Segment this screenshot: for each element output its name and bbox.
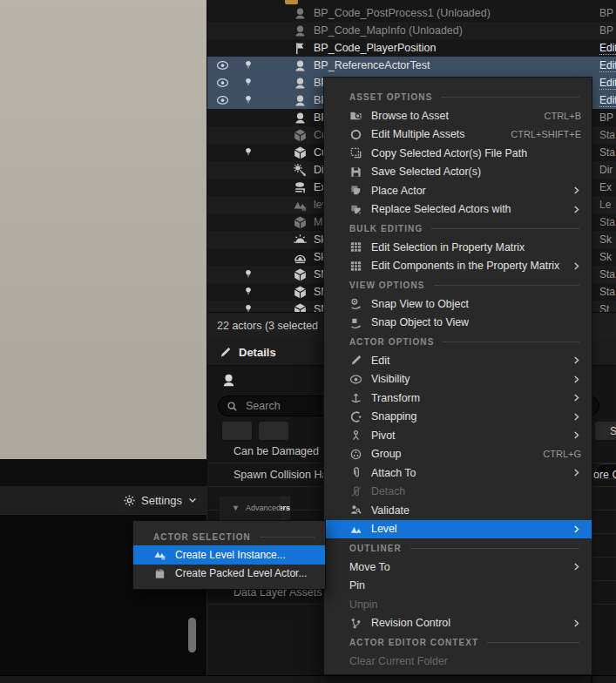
menu-item-icon: [349, 391, 362, 404]
actor-type-link[interactable]: Edit: [599, 42, 616, 55]
outliner-row[interactable]: BP_Code_PlayerPosition Edit: [207, 39, 616, 57]
menu-item-icon: [349, 354, 362, 367]
actor-type-link[interactable]: Sta: [599, 146, 615, 159]
menu-item-label: Edit Components in the Property Matrix: [371, 260, 565, 272]
menu-item[interactable]: Group CTRL+G: [324, 445, 592, 464]
menu-item[interactable]: Detach: [324, 483, 592, 502]
menu-item[interactable]: Edit Selection in Property Matrix: [324, 238, 592, 257]
eye-icon[interactable]: [215, 59, 229, 71]
actor-type-link[interactable]: Sta: [599, 286, 615, 298]
actor-type-icon: [293, 302, 308, 313]
menu-item-label: Visibility: [371, 373, 565, 385]
level-submenu: ACTOR SELECTION Create Level Instance...…: [132, 520, 326, 590]
menu-item[interactable]: Revision Control: [324, 614, 592, 633]
pin-icon[interactable]: [241, 77, 255, 89]
actor-type-link[interactable]: BP: [599, 7, 613, 19]
actor-label: BP_Code_PlayerPosition: [314, 42, 436, 54]
scrollbar-thumb[interactable]: [188, 618, 196, 653]
section-divider: [441, 97, 579, 98]
menu-item-icon: [349, 260, 362, 273]
actor-type-link[interactable]: BP: [599, 112, 613, 124]
actor-type-link[interactable]: Sta: [599, 129, 615, 141]
property-row[interactable]: ▼ Advanced: [220, 496, 281, 519]
actor-type-link[interactable]: Edit: [599, 59, 616, 72]
filter-tab[interactable]: [222, 422, 252, 440]
actor-type-icon: [293, 180, 308, 195]
menu-item[interactable]: Browse to Asset CTRL+B: [324, 106, 592, 125]
menu-item[interactable]: Unpin: [324, 595, 592, 614]
menu-item-label: Replace Selected Actors with: [371, 203, 565, 215]
menu-section-header: OUTLINER: [324, 538, 592, 558]
menu-item-icon: [349, 410, 362, 423]
menu-item-label: Snapping: [371, 410, 565, 423]
actor-type-link[interactable]: Edit: [599, 94, 616, 107]
menu-item-icon: [349, 316, 362, 329]
menu-item[interactable]: Clear Current Folder: [324, 652, 592, 671]
menu-item-icon: [349, 523, 362, 536]
menu-section-header: ACTOR OPTIONS: [324, 332, 592, 351]
actor-type-icon: [293, 267, 308, 282]
menu-item[interactable]: Edit: [324, 351, 592, 370]
actor-type-link[interactable]: St: [599, 303, 609, 312]
pin-icon[interactable]: [241, 146, 255, 159]
menu-item[interactable]: Replace Selected Actors with: [324, 200, 592, 220]
actor-type-link[interactable]: Ex: [599, 181, 612, 193]
outliner-row[interactable]: BP_ReferenceActorTest Edit: [207, 57, 616, 74]
submenu-arrow-icon: [572, 562, 581, 571]
actor-type-link[interactable]: Sta: [599, 216, 615, 228]
pin-icon[interactable]: [241, 286, 255, 298]
level-viewport[interactable]: [0, 0, 206, 459]
actor-type-link[interactable]: Dir: [599, 164, 613, 176]
value-text-clipped: ore C: [593, 469, 616, 481]
menu-item[interactable]: Edit Multiple Assets CTRL+SHIFT+E: [324, 125, 592, 145]
outliner-row[interactable]: BP_Code_PostProcess1 (Unloaded) BP: [207, 4, 616, 22]
pin-icon[interactable]: [241, 268, 255, 281]
menu-item[interactable]: Edit Components in the Property Matrix: [324, 257, 592, 276]
section-divider: [431, 228, 579, 229]
menu-item[interactable]: Visibility: [324, 370, 592, 389]
eye-icon[interactable]: [215, 94, 229, 106]
menu-item[interactable]: Move To: [324, 558, 592, 577]
actor-type-icon: [293, 6, 308, 21]
filter-tab-clipped[interactable]: Stre: [595, 422, 616, 440]
menu-section: ACTOR EDITOR CONTEXT Clear Current Folde…: [324, 632, 592, 671]
outliner-row[interactable]: BP_Code_MapInfo (Unloaded) BP: [207, 22, 616, 39]
actor-label: BP_ReferenceActorTest: [314, 59, 430, 71]
menu-item-icon: [349, 166, 362, 179]
menu-item[interactable]: Validate: [324, 501, 592, 520]
eye-icon[interactable]: [215, 77, 229, 89]
menu-item[interactable]: Pivot: [324, 426, 592, 445]
actor-type-link[interactable]: Sk: [599, 251, 612, 263]
actor-type-link[interactable]: BP: [599, 24, 613, 37]
actor-type-link[interactable]: Sta: [599, 268, 615, 281]
menu-item[interactable]: Snapping: [324, 408, 592, 427]
pin-icon[interactable]: [241, 94, 255, 106]
section-header-label: ACTOR OPTIONS: [349, 337, 434, 347]
filter-tab[interactable]: [259, 422, 288, 440]
submenu-item[interactable]: Create Level Instance...: [133, 545, 325, 565]
menu-item[interactable]: Place Actor: [324, 181, 592, 200]
actor-type-link[interactable]: Le: [599, 199, 611, 211]
chevron-down-icon[interactable]: ▼: [232, 503, 240, 511]
pin-icon[interactable]: [241, 303, 255, 312]
submenu-item[interactable]: Create Packed Level Actor...: [133, 565, 325, 584]
actor-icon: [220, 372, 237, 389]
menu-item[interactable]: Transform: [324, 389, 592, 408]
menu-item-label: Pin: [349, 579, 581, 592]
menu-section: BULK EDITING Edit Selection in Property …: [324, 219, 592, 275]
menu-item-icon: [349, 297, 362, 310]
actor-type-link[interactable]: Sk: [599, 233, 612, 246]
menu-item[interactable]: Snap View to Object: [324, 294, 592, 314]
menu-item[interactable]: Copy Selected Actor(s) File Path: [324, 144, 592, 163]
submenu-header: ACTOR SELECTION: [133, 529, 325, 545]
menu-item-icon: [349, 617, 362, 630]
menu-item[interactable]: Save Selected Actor(s): [324, 163, 592, 182]
menu-item[interactable]: Level: [324, 520, 592, 539]
menu-item[interactable]: Pin: [324, 577, 592, 596]
settings-button[interactable]: Settings: [123, 494, 198, 507]
menu-item[interactable]: Attach To: [324, 463, 592, 483]
menu-item[interactable]: Snap Object to View: [324, 314, 592, 333]
actor-type-link[interactable]: Edit: [599, 77, 616, 90]
pin-icon[interactable]: [241, 59, 255, 71]
section-divider: [434, 285, 579, 286]
